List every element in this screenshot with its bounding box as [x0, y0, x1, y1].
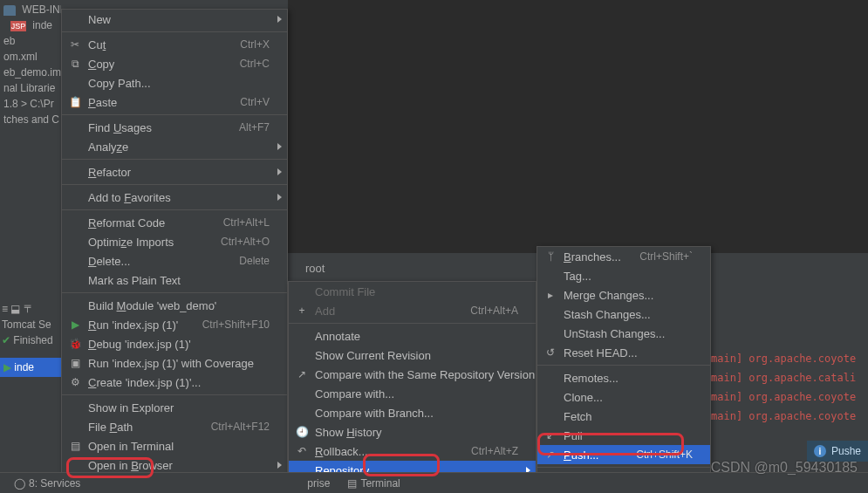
menu-item-merge-changes[interactable]: ▸Merge Changes... [537, 285, 710, 305]
menu-item-file-path[interactable]: File PathCtrl+Alt+F12 [62, 417, 287, 436]
menu-item-clone[interactable]: Clone... [537, 387, 710, 407]
menu-item-show-current-revision[interactable]: Show Current Revision [289, 346, 536, 365]
tree-item[interactable]: eb [3, 33, 58, 49]
menu-item-run-index-jsp-1-with-coverage[interactable]: ▣Run 'index.jsp (1)' with Coverage [62, 353, 287, 373]
active-file-tab[interactable]: ▶ inde [0, 358, 61, 377]
tree-file[interactable]: JSP inde [3, 17, 58, 33]
context-menu-file[interactable]: New✂CutCtrl+X⧉CopyCtrl+CCopy Path...📋Pas… [61, 9, 288, 493]
tree-item[interactable]: om.xml [3, 49, 58, 65]
terminal-tab[interactable]: ▤ Terminal [347, 477, 400, 490]
menu-item-label: New [88, 13, 270, 26]
blank-icon [67, 215, 83, 230]
menu-item-run-index-jsp-1[interactable]: ▶Run 'index.jsp (1)'Ctrl+Shift+F10 [62, 315, 287, 334]
tree-item[interactable]: 1.8 > C:\Pr [3, 96, 58, 112]
menu-item-label: Remotes... [564, 372, 693, 385]
run-index-jsp-1-with-coverage-icon: ▣ [67, 355, 83, 371]
blank-icon [543, 268, 558, 284]
menu-item-fetch[interactable]: Fetch [537, 407, 710, 426]
push-notification[interactable]: i Pushe [807, 441, 868, 462]
menu-item-analyze[interactable]: Analyze [62, 137, 287, 156]
menu-item-cut[interactable]: ✂CutCtrl+X [62, 35, 287, 54]
tool-toolbar[interactable]: ≡ ⬓ 〒 [0, 301, 61, 317]
menu-item-label: Optimize Imports [88, 236, 212, 249]
menu-item-shortcut: Alt+F7 [239, 121, 270, 134]
services-tab[interactable]: ◯ 8: Services [14, 477, 80, 490]
menu-separator [62, 209, 287, 210]
menu-item-unstash-changes[interactable]: UnStash Changes... [537, 324, 710, 343]
menu-item-add: +AddCtrl+Alt+A [289, 301, 536, 320]
menu-item-copy[interactable]: ⧉CopyCtrl+C [62, 54, 287, 73]
add-icon: + [294, 303, 310, 318]
menu-item-find-usages[interactable]: Find UsagesAlt+F7 [62, 118, 287, 137]
menu-item-rollback[interactable]: ↶Rollback...Ctrl+Alt+Z [289, 442, 536, 461]
menu-item-show-history[interactable]: 🕘Show History [289, 422, 536, 442]
active-file-label: inde [14, 361, 34, 373]
tree-item[interactable]: nal Librarie [3, 80, 58, 96]
reset-head-icon: ↺ [543, 345, 558, 360]
context-menu-git[interactable]: Commit File+AddCtrl+Alt+AAnnotateShow Cu… [288, 281, 537, 481]
menu-item-add-to-favorites[interactable]: Add to Favorites [62, 188, 287, 207]
menu-item-open-in-terminal[interactable]: ▤Open in Terminal [62, 436, 287, 455]
menu-item-label: Find Usages [88, 121, 230, 134]
menu-item-label: Delete... [88, 255, 230, 268]
blank-icon [67, 272, 83, 288]
project-tree[interactable]: WEB-INF JSP inde eb om.xml eb_demo.im na… [0, 0, 61, 493]
menu-item-reset-head[interactable]: ↺Reset HEAD... [537, 343, 710, 362]
open-in-terminal-icon: ▤ [67, 438, 83, 454]
menu-item-refactor[interactable]: Refactor [62, 162, 287, 181]
menu-item-reformat-code[interactable]: Reformat CodeCtrl+Alt+L [62, 213, 287, 232]
context-menu-repository[interactable]: ᛘBranches...Ctrl+Shift+`Tag...▸Merge Cha… [537, 246, 711, 490]
menu-item-compare-with-the-same-repository-version[interactable]: ↗Compare with the Same Repository Versio… [289, 365, 536, 384]
folder-label: WEB-INF [22, 3, 61, 16]
menu-item-tag[interactable]: Tag... [537, 266, 710, 285]
menu-item-push[interactable]: ↗Push...Ctrl+Shift+K [537, 445, 710, 464]
editor-area [288, 0, 868, 253]
menu-item-shortcut: Ctrl+V [240, 96, 270, 108]
menu-item-label: Pull [564, 429, 693, 442]
blank-icon [543, 325, 558, 341]
menu-separator [62, 114, 287, 115]
menu-item-label: Show History [315, 426, 518, 439]
menu-item-optimize-imports[interactable]: Optimize ImportsCtrl+Alt+O [62, 232, 287, 251]
menu-item-pull[interactable]: ↙Pull [537, 426, 710, 445]
menu-item-new[interactable]: New [62, 10, 287, 29]
tool-title[interactable]: Tomcat Se [0, 317, 61, 332]
menu-item-label: Stash Changes... [564, 308, 693, 321]
menu-item-delete[interactable]: Delete...Delete [62, 251, 287, 270]
prise-tab[interactable]: prise [307, 477, 330, 490]
menu-item-label: Clone... [564, 391, 693, 404]
menu-item-copy-path[interactable]: Copy Path... [62, 73, 287, 92]
menu-separator [62, 292, 287, 293]
menu-item-label: Show Current Revision [315, 349, 518, 362]
menu-item-label: Run 'index.jsp (1)' [88, 318, 194, 332]
tree-folder[interactable]: WEB-INF [3, 2, 58, 17]
menu-item-branches[interactable]: ᛘBranches...Ctrl+Shift+` [537, 247, 710, 266]
blank-icon [543, 389, 558, 405]
menu-item-annotate[interactable]: Annotate [289, 326, 536, 346]
menu-item-mark-as-plain-text[interactable]: Mark as Plain Text [62, 270, 287, 290]
run-index-jsp-1-icon: ▶ [67, 317, 83, 332]
menu-item-label: Reset HEAD... [564, 346, 693, 359]
menu-item-compare-with[interactable]: Compare with... [289, 384, 536, 403]
menu-item-compare-with-branch[interactable]: Compare with Branch... [289, 403, 536, 422]
blank-icon [67, 189, 83, 205]
menu-item-paste[interactable]: 📋PasteCtrl+V [62, 92, 287, 112]
menu-item-remotes[interactable]: Remotes... [537, 368, 710, 387]
menu-item-label: Reformat Code [88, 216, 215, 229]
menu-item-shortcut: Ctrl+Alt+L [223, 216, 270, 229]
menu-separator [537, 365, 710, 366]
blank-icon [294, 386, 310, 401]
menu-item-build-module-web-demo[interactable]: Build Module 'web_demo' [62, 296, 287, 315]
blank-icon [67, 75, 83, 91]
root-label: root [305, 262, 325, 275]
menu-item-shortcut: Ctrl+Alt+O [221, 236, 270, 248]
menu-item-show-in-explorer[interactable]: Show in Explorer [62, 398, 287, 417]
tree-item[interactable]: eb_demo.im [3, 65, 58, 80]
chevron-right-icon [277, 194, 282, 201]
menu-item-debug-index-jsp-1[interactable]: 🐞Debug 'index.jsp (1)' [62, 334, 287, 353]
menu-item-label: Tag... [564, 270, 693, 283]
menu-item-stash-changes[interactable]: Stash Changes... [537, 305, 710, 324]
tree-item[interactable]: tches and C [3, 112, 58, 127]
menu-item-create-index-jsp-1[interactable]: ⚙Create 'index.jsp (1)'... [62, 373, 287, 392]
file-label: inde [32, 19, 52, 31]
